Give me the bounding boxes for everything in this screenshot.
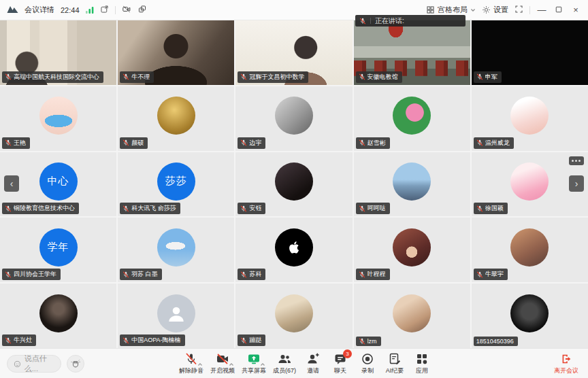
participant-name-tag: 四川协会王学年 bbox=[2, 269, 61, 280]
prev-page-button[interactable]: ‹ bbox=[4, 175, 19, 192]
invite-icon bbox=[306, 352, 320, 366]
mic-muted-icon bbox=[122, 205, 129, 212]
gear-icon bbox=[482, 5, 491, 14]
participant-tile[interactable]: 牛兴灶 bbox=[0, 284, 116, 348]
participant-name-tag: 羽苏 白墨 bbox=[120, 269, 162, 280]
participant-name: 牛不理 bbox=[131, 73, 150, 82]
participant-name-tag: 中国AOPA-陶楠楠 bbox=[120, 334, 184, 346]
speaking-banner: 正在讲话: bbox=[355, 15, 466, 27]
screen-share-icon bbox=[247, 352, 261, 366]
chat-button[interactable]: 3聊天 bbox=[328, 351, 353, 377]
participant-tile[interactable]: 赵雪彬 bbox=[354, 86, 470, 151]
participant-name-tag: 安徽电教馆 bbox=[356, 71, 402, 83]
participant-tile[interactable]: 颜硕 bbox=[118, 86, 234, 151]
speaking-label: 正在讲话: bbox=[375, 16, 404, 26]
participant-tile[interactable]: 边宇 bbox=[235, 86, 352, 151]
participant-name-tag: 边宇 bbox=[238, 137, 265, 149]
participant-name: 科大讯飞 俞莎莎 bbox=[131, 204, 176, 213]
start-video-button[interactable]: 开启视频 bbox=[208, 351, 237, 377]
participant-tile[interactable]: 呵呵哒 bbox=[354, 152, 470, 217]
members-button[interactable]: 成员(67) bbox=[271, 351, 298, 377]
participant-tile[interactable]: 冠辉于文昌初中数学 bbox=[235, 20, 352, 85]
mic-muted-icon bbox=[240, 139, 247, 146]
next-page-button[interactable]: › bbox=[569, 175, 584, 192]
participant-name: 申军 bbox=[485, 73, 497, 82]
settings-label: 设置 bbox=[493, 5, 508, 15]
privacy-lock-icon[interactable] bbox=[137, 4, 147, 16]
mic-muted-icon bbox=[240, 73, 247, 80]
participant-tile[interactable]: 温州威龙 bbox=[472, 86, 588, 151]
fullscreen-button[interactable] bbox=[514, 4, 523, 16]
mic-muted-icon bbox=[240, 271, 247, 278]
participant-tile[interactable]: 羽苏 白墨 bbox=[118, 218, 234, 282]
participant-tile[interactable]: lzm bbox=[354, 284, 470, 348]
participant-name: 牛兴灶 bbox=[14, 336, 32, 345]
participant-avatar bbox=[510, 294, 549, 332]
invite-label: 邀请 bbox=[307, 366, 319, 375]
participant-tile[interactable]: 蹦跶 bbox=[235, 284, 352, 348]
default-person-icon bbox=[165, 303, 187, 324]
leave-meeting-button[interactable]: 离开会议 bbox=[551, 351, 581, 377]
participant-tile[interactable]: 中国AOPA-陶楠楠 bbox=[118, 284, 234, 348]
mic-muted-icon bbox=[5, 139, 12, 146]
mic-muted-icon bbox=[240, 205, 247, 212]
chat-unread-badge: 3 bbox=[343, 349, 352, 358]
fist-bump-button[interactable] bbox=[67, 355, 84, 373]
unmute-button[interactable]: 解除静音 bbox=[177, 351, 206, 377]
participant-avatar bbox=[393, 97, 431, 135]
layout-button[interactable]: 宫格布局 bbox=[426, 5, 476, 15]
participant-tile[interactable]: 苏科 bbox=[235, 218, 352, 282]
participant-tile[interactable]: 安徽电教馆 bbox=[354, 20, 470, 85]
close-button[interactable]: × bbox=[570, 5, 581, 15]
divider bbox=[370, 18, 371, 24]
participant-name: 呵呵哒 bbox=[368, 204, 386, 213]
chevron-up-icon[interactable] bbox=[229, 362, 234, 366]
mic-muted-icon bbox=[476, 205, 483, 212]
participant-name-tag: 科大讯飞 俞莎莎 bbox=[120, 203, 180, 214]
title-bar: 会议详情 22:44 宫格布局 设置 bbox=[0, 0, 588, 20]
divider bbox=[529, 6, 530, 14]
participant-tile[interactable]: 牛翠宇 bbox=[472, 218, 588, 282]
participant-tile[interactable]: 牛不理 bbox=[118, 20, 234, 85]
participant-avatar bbox=[275, 228, 313, 267]
chevron-up-icon[interactable] bbox=[260, 362, 265, 366]
participant-tile[interactable]: 叶程程 bbox=[354, 218, 470, 282]
participant-name-tag: lzm bbox=[356, 337, 381, 346]
participant-name: 王艳 bbox=[14, 139, 26, 148]
minimize-button[interactable]: — bbox=[536, 5, 547, 15]
participant-name-tag: 温州威龙 bbox=[474, 137, 514, 149]
participant-tile[interactable]: 莎莎科大讯飞 俞莎莎 bbox=[118, 152, 234, 217]
participant-tile[interactable]: 高端中国航天科技国际交流中心 bbox=[0, 20, 116, 85]
settings-button[interactable]: 设置 bbox=[482, 5, 508, 15]
participant-tile[interactable]: 安钰 bbox=[235, 152, 352, 217]
mic-muted-icon bbox=[5, 205, 12, 212]
participant-tile[interactable]: 王艳 bbox=[0, 86, 116, 151]
record-button[interactable]: 录制 bbox=[355, 351, 380, 377]
participant-tile[interactable]: 申军 bbox=[472, 20, 588, 85]
apps-button[interactable]: 应用 bbox=[410, 351, 434, 377]
participant-name-tag: 颜硕 bbox=[120, 137, 148, 149]
participant-name: 羽苏 白墨 bbox=[131, 270, 158, 279]
tile-more-button[interactable] bbox=[569, 156, 584, 165]
mic-muted-icon bbox=[359, 271, 365, 278]
chat-icon: 3 bbox=[333, 352, 347, 366]
participant-name: 高端中国航天科技国际交流中心 bbox=[14, 73, 99, 82]
participant-name-tag: 牛翠宇 bbox=[474, 269, 508, 280]
chevron-up-icon[interactable] bbox=[197, 362, 203, 366]
emoji-icon[interactable] bbox=[14, 360, 21, 368]
participant-name: 安钰 bbox=[249, 204, 261, 213]
apple-logo-icon bbox=[285, 239, 303, 256]
participant-tile[interactable]: 18510450396 bbox=[472, 284, 588, 348]
popout-window-icon[interactable] bbox=[100, 4, 109, 16]
maximize-button[interactable] bbox=[553, 5, 564, 15]
participant-avatar: 中心 bbox=[39, 162, 78, 201]
camera-restricted-icon[interactable] bbox=[122, 4, 131, 16]
invite-button[interactable]: 邀请 bbox=[301, 351, 325, 377]
share-screen-button[interactable]: 共享屏幕 bbox=[240, 351, 268, 377]
participant-tile[interactable]: 学年四川协会王学年 bbox=[0, 218, 116, 282]
participant-avatar bbox=[393, 162, 431, 201]
meeting-details-button[interactable]: 会议详情 bbox=[24, 5, 54, 15]
participant-avatar bbox=[39, 97, 78, 135]
message-input[interactable]: 说点什么... bbox=[7, 355, 61, 373]
ai-notes-button[interactable]: AI纪要 bbox=[382, 351, 407, 377]
